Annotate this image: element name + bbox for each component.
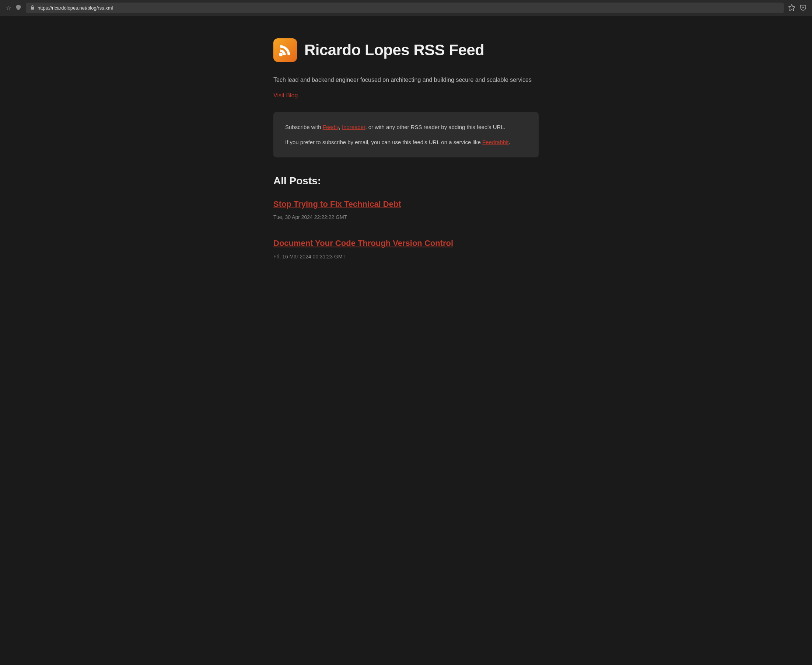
feed-title: Ricardo Lopes RSS Feed bbox=[304, 41, 484, 59]
subscribe-line-2: If you prefer to subscribe by email, you… bbox=[285, 138, 527, 147]
feed-header: Ricardo Lopes RSS Feed bbox=[273, 38, 539, 62]
page-content: Ricardo Lopes RSS Feed Tech lead and bac… bbox=[259, 16, 553, 307]
svg-marker-1 bbox=[788, 5, 795, 11]
post-title-link-0[interactable]: Stop Trying to Fix Technical Debt bbox=[273, 199, 539, 210]
feedrabbit-link[interactable]: Feedrabbit bbox=[482, 139, 509, 145]
svg-point-2 bbox=[279, 53, 283, 56]
post-date-0: Tue, 30 Apr 2024 22:22:22 GMT bbox=[273, 214, 539, 220]
inoreader-link[interactable]: Inoreader bbox=[342, 124, 365, 130]
favorite-icon[interactable] bbox=[788, 4, 795, 12]
all-posts-heading: All Posts: bbox=[273, 175, 539, 187]
browser-action-buttons bbox=[788, 4, 806, 12]
lock-icon bbox=[30, 5, 34, 11]
browser-toolbar: ☆ https://ricardolopes.net/blog/rss.xml bbox=[0, 0, 812, 16]
address-bar[interactable]: https://ricardolopes.net/blog/rss.xml bbox=[26, 3, 784, 13]
shield-icon[interactable] bbox=[15, 5, 21, 12]
subscribe-after-text: , or with any other RSS reader by adding… bbox=[365, 124, 505, 130]
subscribe-box: Subscribe with Feedly, Inoreader, or wit… bbox=[273, 112, 539, 157]
post-item: Document Your Code Through Version Contr… bbox=[273, 238, 539, 262]
subscribe-email-after: . bbox=[509, 139, 510, 145]
url-text: https://ricardolopes.net/blog/rss.xml bbox=[38, 5, 113, 11]
post-date-1: Fri, 16 Mar 2024 00:31:23 GMT bbox=[273, 254, 539, 259]
subscribe-before-text: Subscribe with bbox=[285, 124, 323, 130]
feed-description: Tech lead and backend engineer focused o… bbox=[273, 75, 539, 85]
subscribe-separator: , bbox=[339, 124, 342, 130]
bookmark-star-icon[interactable]: ☆ bbox=[6, 5, 11, 11]
subscribe-email-before: If you prefer to subscribe by email, you… bbox=[285, 139, 482, 145]
rss-icon bbox=[273, 38, 297, 62]
post-item: Stop Trying to Fix Technical DebtTue, 30… bbox=[273, 199, 539, 223]
feedly-link[interactable]: Feedly bbox=[323, 124, 339, 130]
subscribe-line-1: Subscribe with Feedly, Inoreader, or wit… bbox=[285, 122, 527, 132]
post-title-link-1[interactable]: Document Your Code Through Version Contr… bbox=[273, 238, 539, 249]
pocket-icon[interactable] bbox=[799, 4, 806, 12]
svg-rect-0 bbox=[31, 7, 34, 10]
visit-blog-link[interactable]: Visit Blog bbox=[273, 92, 298, 98]
posts-list: Stop Trying to Fix Technical DebtTue, 30… bbox=[273, 199, 539, 263]
